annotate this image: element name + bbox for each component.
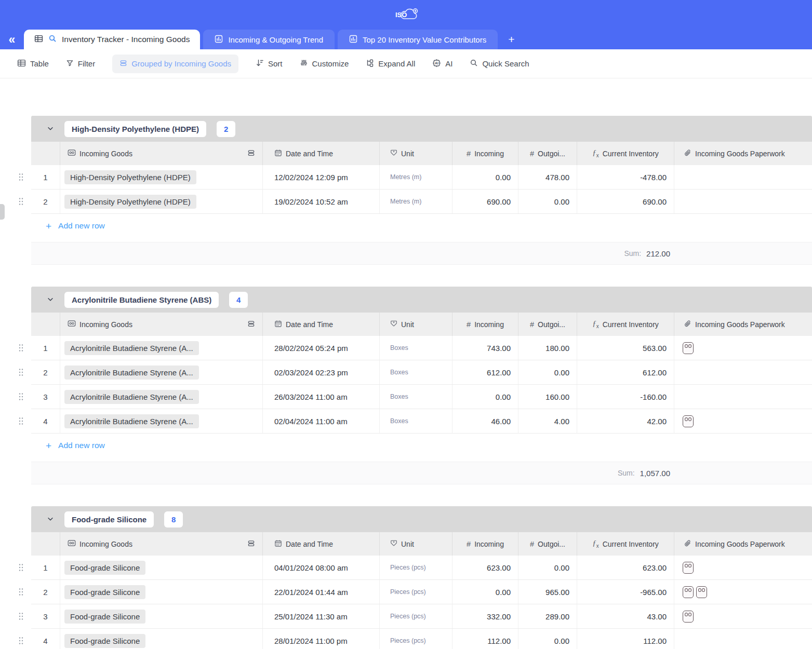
paperwork-cell[interactable] xyxy=(674,580,812,604)
collapsed-panel-handle[interactable] xyxy=(0,204,5,220)
incoming-cell[interactable]: 623.00 xyxy=(452,556,518,579)
drag-handle-icon[interactable] xyxy=(19,369,23,376)
outgoing-cell[interactable]: 289.00 xyxy=(518,604,577,628)
paperwork-cell[interactable] xyxy=(674,409,812,433)
paperwork-cell[interactable] xyxy=(674,190,812,213)
column-header-outgoing[interactable]: # Outgoi... xyxy=(518,532,577,556)
attachment-thumbnail[interactable] xyxy=(683,562,694,574)
date-cell[interactable]: 19/02/2024 10:52 am xyxy=(262,190,379,213)
inventory-cell[interactable]: 690.00 xyxy=(577,190,674,213)
goods-pill[interactable]: High-Density Polyethylene (HDPE) xyxy=(64,195,196,209)
goods-pill[interactable]: Food-grade Silicone xyxy=(64,610,145,624)
tab-inventory-tracker[interactable]: Inventory Tracker - Incoming Goods xyxy=(24,30,200,49)
drag-handle-icon[interactable] xyxy=(19,344,23,352)
paperwork-cell[interactable] xyxy=(674,336,812,360)
paperwork-cell[interactable] xyxy=(674,165,812,189)
goods-pill[interactable]: Food-grade Silicone xyxy=(64,585,145,599)
table-row[interactable]: 2 Acrylonitrile Butadiene Styrene (A... … xyxy=(31,360,812,385)
date-cell[interactable]: 26/03/2024 11:00 am xyxy=(262,385,379,409)
column-header-date-time[interactable]: Date and Time xyxy=(262,532,379,556)
table-row[interactable]: 1 Food-grade Silicone 04/01/2024 08:00 a… xyxy=(31,556,812,580)
date-cell[interactable]: 28/02/2024 05:24 pm xyxy=(262,336,379,360)
attachment-thumbnail[interactable] xyxy=(683,611,694,623)
table-row[interactable]: 3 Food-grade Silicone 25/01/2024 11:30 a… xyxy=(31,604,812,629)
inventory-cell[interactable]: -478.00 xyxy=(577,165,674,189)
column-header-incoming[interactable]: # Incoming xyxy=(452,142,518,165)
paperwork-cell[interactable] xyxy=(674,629,812,649)
date-cell[interactable]: 02/04/2024 11:00 am xyxy=(262,409,379,433)
unit-cell[interactable]: Boxes xyxy=(379,336,452,360)
sort-button[interactable]: Sort xyxy=(256,59,283,69)
table-row[interactable]: 2 Food-grade Silicone 22/01/2024 01:44 a… xyxy=(31,580,812,604)
goods-pill[interactable]: Food-grade Silicone xyxy=(64,561,145,575)
sum-value[interactable]: 1,057.00 xyxy=(640,469,670,478)
outgoing-cell[interactable]: 478.00 xyxy=(518,165,577,189)
date-cell[interactable]: 25/01/2024 11:30 am xyxy=(262,604,379,628)
date-cell[interactable]: 28/01/2024 11:00 pm xyxy=(262,629,379,649)
column-header-unit[interactable]: Unit xyxy=(379,313,452,336)
outgoing-cell[interactable]: 4.00 xyxy=(518,409,577,433)
attachment-thumbnail[interactable] xyxy=(683,342,694,354)
goods-pill[interactable]: Acrylonitrile Butadiene Styrene (A... xyxy=(64,414,199,428)
column-header-unit[interactable]: Unit xyxy=(379,142,452,165)
goods-pill[interactable]: Food-grade Silicone xyxy=(64,634,145,648)
column-header-paperwork[interactable]: Incoming Goods Paperwork xyxy=(674,313,812,336)
table-row[interactable]: 2 High-Density Polyethylene (HDPE) 19/02… xyxy=(31,190,812,214)
table-row[interactable]: 4 Acrylonitrile Butadiene Styrene (A... … xyxy=(31,409,812,434)
column-header-incoming[interactable]: # Incoming xyxy=(452,313,518,336)
unit-cell[interactable]: Boxes xyxy=(379,385,452,409)
outgoing-cell[interactable]: 0.00 xyxy=(518,360,577,384)
drag-handle-icon[interactable] xyxy=(19,588,23,596)
column-header-current-inventory[interactable]: ƒx Current Inventory xyxy=(577,313,674,336)
inventory-cell[interactable]: 42.00 xyxy=(577,409,674,433)
chevron-down-icon[interactable] xyxy=(47,296,54,303)
column-header-date-time[interactable]: Date and Time xyxy=(262,313,379,336)
column-header-outgoing[interactable]: # Outgoi... xyxy=(518,313,577,336)
filter-button[interactable]: Filter xyxy=(66,59,95,69)
date-cell[interactable]: 12/02/2024 12:09 pm xyxy=(262,165,379,189)
table-view-button[interactable]: Table xyxy=(17,59,49,69)
inventory-cell[interactable]: 612.00 xyxy=(577,360,674,384)
drag-handle-icon[interactable] xyxy=(19,173,23,181)
column-header-date-time[interactable]: Date and Time xyxy=(262,142,379,165)
unit-cell[interactable]: Metres (m) xyxy=(379,190,452,213)
incoming-cell[interactable]: 46.00 xyxy=(452,409,518,433)
inventory-cell[interactable]: 112.00 xyxy=(577,629,674,649)
date-cell[interactable]: 02/03/2024 02:23 pm xyxy=(262,360,379,384)
tab-top20-value-contributors[interactable]: Top 20 Inventory Value Contributors xyxy=(338,30,498,49)
inventory-cell[interactable]: 563.00 xyxy=(577,336,674,360)
inventory-cell[interactable]: -160.00 xyxy=(577,385,674,409)
inventory-cell[interactable]: 623.00 xyxy=(577,556,674,579)
unit-cell[interactable]: Pieces (pcs) xyxy=(379,629,452,649)
add-tab-button[interactable]: + xyxy=(498,30,525,49)
incoming-cell[interactable]: 743.00 xyxy=(452,336,518,360)
column-header-incoming-goods[interactable]: Incoming Goods xyxy=(60,142,262,165)
attachment-thumbnail[interactable] xyxy=(683,415,694,427)
incoming-cell[interactable]: 332.00 xyxy=(452,604,518,628)
sum-value[interactable]: 212.00 xyxy=(646,249,670,258)
unit-cell[interactable]: Pieces (pcs) xyxy=(379,580,452,604)
chevron-down-icon[interactable] xyxy=(47,516,54,523)
goods-pill[interactable]: Acrylonitrile Butadiene Styrene (A... xyxy=(64,390,199,404)
unit-cell[interactable]: Pieces (pcs) xyxy=(379,604,452,628)
drag-handle-icon[interactable] xyxy=(19,417,23,425)
column-header-incoming-goods[interactable]: Incoming Goods xyxy=(60,313,262,336)
incoming-cell[interactable]: 0.00 xyxy=(452,385,518,409)
unit-cell[interactable]: Boxes xyxy=(379,360,452,384)
outgoing-cell[interactable]: 0.00 xyxy=(518,629,577,649)
date-cell[interactable]: 22/01/2024 01:44 am xyxy=(262,580,379,604)
column-header-paperwork[interactable]: Incoming Goods Paperwork xyxy=(674,142,812,165)
ai-button[interactable]: AI AI xyxy=(432,59,452,69)
table-row[interactable]: 1 High-Density Polyethylene (HDPE) 12/02… xyxy=(31,165,812,190)
group-stack-icon[interactable] xyxy=(247,320,255,329)
outgoing-cell[interactable]: 160.00 xyxy=(518,385,577,409)
drag-handle-icon[interactable] xyxy=(19,198,23,206)
add-new-row-button[interactable]: + Add new row xyxy=(31,434,812,457)
column-header-incoming[interactable]: # Incoming xyxy=(452,532,518,556)
date-cell[interactable]: 04/01/2024 08:00 am xyxy=(262,556,379,579)
incoming-cell[interactable]: 0.00 xyxy=(452,165,518,189)
inventory-cell[interactable]: 43.00 xyxy=(577,604,674,628)
drag-handle-icon[interactable] xyxy=(19,613,23,620)
paperwork-cell[interactable] xyxy=(674,556,812,579)
incoming-cell[interactable]: 690.00 xyxy=(452,190,518,213)
